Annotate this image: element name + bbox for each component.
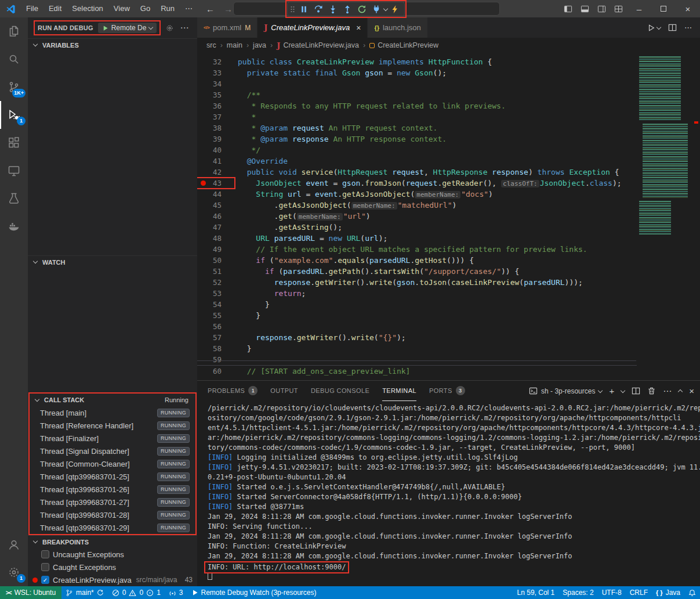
gutter: 44 bbox=[197, 189, 238, 200]
activity-extensions[interactable] bbox=[0, 129, 28, 157]
breakpoint-checkbox[interactable] bbox=[41, 563, 49, 571]
callstack-thread[interactable]: Thread [Common-Cleaner]RUNNING bbox=[30, 457, 195, 470]
callstack-thread[interactable]: Thread [qtp399683701-26]RUNNING bbox=[30, 483, 195, 496]
customize-layout-icon[interactable] bbox=[614, 5, 623, 13]
breakpoints-section-header[interactable]: BREAKPOINTS bbox=[28, 535, 197, 548]
activity-explorer[interactable] bbox=[0, 17, 28, 45]
disconnect-button[interactable] bbox=[369, 2, 383, 16]
terminal-output[interactable]: /pierrick/.m2/repository/io/cloudevents/… bbox=[197, 401, 700, 586]
code-editor[interactable]: 32public class CreateLinkPreview impleme… bbox=[197, 53, 700, 380]
activity-run-and-debug[interactable]: 1 bbox=[0, 101, 28, 129]
breakpoint-checkbox[interactable] bbox=[41, 550, 49, 558]
encoding[interactable]: UTF-8 bbox=[598, 586, 626, 599]
overview-ruler[interactable] bbox=[692, 53, 700, 380]
tab-pom.xml[interactable]: </>pom.xmlM bbox=[197, 17, 257, 38]
notifications-bell[interactable] bbox=[684, 586, 700, 599]
breakpoint-checkbox[interactable]: ✓ bbox=[41, 576, 49, 584]
callstack-thread[interactable]: Thread [main]RUNNING bbox=[30, 406, 195, 419]
activity-testing[interactable] bbox=[0, 185, 28, 212]
maximize-button[interactable] bbox=[651, 0, 676, 17]
code-line: 48 URL parsedURL = new URL(url); bbox=[197, 233, 700, 244]
callstack-thread[interactable]: Thread [qtp399683701-25]RUNNING bbox=[30, 470, 195, 483]
panel-tab-output[interactable]: OUTPUT bbox=[270, 381, 298, 401]
cursor-position[interactable]: Ln 59, Col 1 bbox=[513, 586, 559, 599]
step-over-button[interactable] bbox=[311, 2, 325, 16]
callstack-thread[interactable]: Thread [Signal Dispatcher]RUNNING bbox=[30, 445, 195, 457]
maximize-panel-icon[interactable] bbox=[678, 389, 683, 394]
go-back-icon[interactable]: ← bbox=[201, 4, 219, 14]
menu-overflow[interactable]: ⋯ bbox=[180, 0, 198, 17]
disconnect-dropdown-icon[interactable] bbox=[383, 6, 388, 10]
menu-file[interactable]: File bbox=[21, 0, 43, 17]
callstack-thread[interactable]: Thread [Finalizer]RUNNING bbox=[30, 432, 195, 445]
breadcrumb-item[interactable]: CreateLinkPreview bbox=[369, 41, 438, 49]
callstack-thread[interactable]: Thread [Reference Handler]RUNNING bbox=[30, 419, 195, 432]
watch-section-header[interactable]: WATCH bbox=[28, 255, 197, 268]
restart-button[interactable] bbox=[355, 2, 369, 16]
menu-edit[interactable]: Edit bbox=[43, 0, 67, 17]
breadcrumb-item[interactable]: java bbox=[253, 41, 266, 49]
activity-remote-explorer[interactable] bbox=[0, 157, 28, 185]
editor-more-actions-icon[interactable]: ⋯ bbox=[684, 23, 692, 32]
menu-view[interactable]: View bbox=[108, 0, 135, 17]
terminal-dropdown-icon[interactable] bbox=[621, 388, 625, 392]
variables-section-header[interactable]: VARIABLES bbox=[28, 38, 197, 51]
menu-run[interactable]: Run bbox=[155, 0, 180, 17]
panel-tab-debug-console[interactable]: DEBUG CONSOLE bbox=[311, 381, 369, 401]
menu-selection[interactable]: Selection bbox=[67, 0, 108, 17]
debug-status[interactable]: Remote Debug Watch (3p-resources) bbox=[187, 586, 321, 599]
tab-launch.json[interactable]: {}launch.json bbox=[368, 17, 427, 38]
step-out-button[interactable] bbox=[340, 2, 354, 16]
tab-CreateLinkPreview.java[interactable]: JCreateLinkPreview.java× bbox=[257, 17, 368, 38]
minimap[interactable] bbox=[637, 53, 692, 380]
breakpoint-row[interactable]: Uncaught Exceptions bbox=[28, 548, 197, 561]
callstack-thread[interactable]: Thread [qtp399683701-28]RUNNING bbox=[30, 508, 195, 521]
toggle-secondary-sidebar-icon[interactable] bbox=[597, 5, 606, 13]
breadcrumb-item[interactable]: src bbox=[206, 41, 216, 49]
breakpoint-row[interactable]: ✓CreateLinkPreview.javasrc/main/java43 bbox=[28, 573, 197, 586]
debug-config-dropdown[interactable]: Remote De bbox=[98, 23, 157, 33]
toggle-sidebar-icon[interactable] bbox=[564, 5, 572, 13]
menu-go[interactable]: Go bbox=[135, 0, 155, 17]
activity-search[interactable] bbox=[0, 45, 28, 73]
activity-source-control[interactable]: 1K+ bbox=[0, 73, 28, 101]
activity-settings[interactable]: 1 bbox=[0, 558, 28, 586]
callstack-thread[interactable]: Thread [qtp399683701-29]RUNNING bbox=[30, 521, 195, 534]
hot-code-replace-button[interactable] bbox=[388, 2, 402, 16]
code-line: 40 */ bbox=[197, 145, 700, 156]
kill-terminal-icon[interactable] bbox=[647, 387, 656, 395]
panel-tab-problems[interactable]: PROBLEMS1 bbox=[208, 381, 257, 401]
split-terminal-icon[interactable] bbox=[632, 387, 640, 395]
close-panel-icon[interactable]: × bbox=[689, 386, 694, 396]
language-mode[interactable]: { }Java bbox=[652, 586, 684, 599]
panel-tab-ports[interactable]: PORTS3 bbox=[429, 381, 465, 401]
drag-grip-icon[interactable] bbox=[290, 4, 295, 15]
branch-indicator[interactable]: main* bbox=[61, 586, 108, 599]
terminal-selector[interactable]: sh - 3p-resources bbox=[529, 387, 602, 395]
minimize-button[interactable]: – bbox=[627, 0, 651, 17]
callstack-thread[interactable]: Thread [qtp399683701-27]RUNNING bbox=[30, 496, 195, 508]
sidebar-more-actions-icon[interactable]: ⋯ bbox=[180, 23, 188, 33]
problems-indicator[interactable]: 0 0 1 bbox=[108, 586, 165, 599]
pause-button[interactable] bbox=[297, 2, 311, 16]
ports-indicator[interactable]: 3 bbox=[165, 586, 187, 599]
run-java-button[interactable] bbox=[647, 24, 661, 32]
debug-settings-gear-icon[interactable] bbox=[165, 24, 174, 33]
activity-docker[interactable] bbox=[0, 212, 28, 240]
remote-indicator[interactable]: >< WSL: Ubuntu bbox=[0, 586, 61, 599]
panel-more-actions-icon[interactable]: ⋯ bbox=[663, 386, 672, 396]
breakpoint-row[interactable]: Caught Exceptions bbox=[28, 561, 197, 573]
close-tab-icon[interactable]: × bbox=[356, 23, 361, 33]
split-editor-icon[interactable] bbox=[668, 23, 677, 32]
indentation[interactable]: Spaces: 2 bbox=[558, 586, 597, 599]
breadcrumb-item[interactable]: JCreateLinkPreview.java bbox=[277, 41, 359, 50]
close-window-button[interactable]: × bbox=[676, 0, 700, 17]
toggle-panel-icon[interactable] bbox=[581, 5, 589, 13]
activity-accounts[interactable] bbox=[0, 531, 28, 558]
panel-tab-terminal[interactable]: TERMINAL bbox=[382, 381, 416, 401]
breadcrumb-item[interactable]: main bbox=[227, 41, 242, 49]
step-into-button[interactable] bbox=[326, 2, 340, 16]
new-terminal-button[interactable]: + bbox=[609, 386, 614, 396]
call-stack-section-header[interactable]: CALL STACK Running bbox=[30, 394, 195, 406]
eol-selector[interactable]: CRLF bbox=[626, 586, 652, 599]
